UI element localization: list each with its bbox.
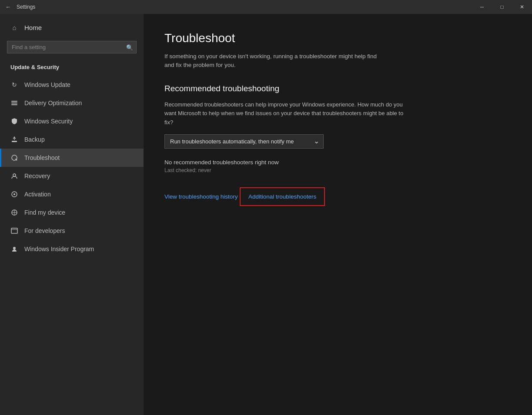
title-bar: ← Settings ─ □ ✕: [0, 0, 532, 14]
sidebar-item-home[interactable]: ⌂ Home: [0, 14, 144, 41]
back-button[interactable]: ←: [5, 3, 11, 10]
svg-point-6: [13, 174, 16, 176]
find-my-device-icon: [10, 209, 18, 216]
main-layout: ⌂ Home 🔍 Update & Security ↻ Windows Upd…: [0, 14, 532, 415]
sidebar-item-delivery-optimization[interactable]: Delivery Optimization: [0, 94, 144, 112]
sidebar-label-activation: Activation: [24, 191, 51, 198]
sidebar-label-windows-security: Windows Security: [24, 118, 73, 125]
search-input[interactable]: [7, 41, 137, 53]
page-title: Troubleshoot: [164, 31, 511, 45]
sidebar-item-windows-security[interactable]: Windows Security: [0, 112, 144, 130]
delivery-optimization-icon: [10, 99, 18, 107]
page-description: If something on your device isn't workin…: [164, 52, 382, 70]
search-icon: 🔍: [126, 44, 133, 50]
sidebar-item-recovery[interactable]: Recovery: [0, 167, 144, 185]
additional-troubleshooters-box: Additional troubleshooters: [240, 187, 325, 206]
windows-security-icon: [10, 117, 18, 125]
sidebar-label-troubleshoot: Troubleshoot: [24, 154, 60, 161]
svg-rect-12: [11, 228, 17, 233]
activation-icon: [10, 190, 18, 198]
sidebar-search-container: 🔍: [7, 41, 137, 53]
sidebar-item-windows-insider[interactable]: Windows Insider Program: [0, 240, 144, 258]
sidebar-label-windows-insider: Windows Insider Program: [24, 246, 94, 252]
sidebar-item-backup[interactable]: Backup: [0, 130, 144, 149]
content-area: Troubleshoot If something on your device…: [144, 14, 532, 415]
troubleshooter-dropdown[interactable]: Run troubleshooters automatically, then …: [164, 134, 324, 149]
svg-rect-1: [11, 103, 17, 103]
svg-point-14: [13, 247, 16, 249]
backup-icon: [10, 136, 18, 143]
sidebar-label-recovery: Recovery: [24, 173, 50, 179]
recovery-icon: [10, 172, 18, 180]
sidebar-label-delivery-optimization: Delivery Optimization: [24, 100, 82, 106]
troubleshooter-dropdown-wrapper: Run troubleshooters automatically, then …: [164, 134, 324, 149]
recommended-section-title: Recommended troubleshooting: [164, 84, 511, 93]
view-history-link[interactable]: View troubleshooting history: [164, 193, 238, 200]
minimize-button[interactable]: ─: [472, 0, 492, 14]
sidebar-item-for-developers[interactable]: For developers: [0, 222, 144, 240]
for-developers-icon: [10, 227, 18, 235]
recommended-section-desc: Recommended troubleshooters can help imp…: [164, 100, 404, 127]
svg-rect-3: [12, 141, 17, 142]
window-controls: ─ □ ✕: [472, 0, 532, 14]
sidebar-label-windows-update: Windows Update: [24, 81, 70, 88]
title-bar-title: Settings: [17, 4, 35, 10]
additional-troubleshooters-link[interactable]: Additional troubleshooters: [241, 189, 323, 204]
sidebar-item-troubleshoot[interactable]: Troubleshoot: [0, 149, 144, 167]
svg-rect-0: [11, 101, 17, 102]
sidebar-label-for-developers: For developers: [24, 227, 65, 234]
sidebar: ⌂ Home 🔍 Update & Security ↻ Windows Upd…: [0, 14, 144, 415]
maximize-button[interactable]: □: [492, 0, 512, 14]
svg-rect-2: [11, 104, 17, 105]
sidebar-label-backup: Backup: [24, 136, 45, 143]
close-button[interactable]: ✕: [512, 0, 532, 14]
windows-update-icon: ↻: [10, 81, 18, 89]
sidebar-item-find-my-device[interactable]: Find my device: [0, 203, 144, 222]
sidebar-label-find-my-device: Find my device: [24, 209, 65, 216]
no-troubleshooters-text: No recommended troubleshooters right now: [164, 159, 511, 166]
sidebar-item-activation[interactable]: Activation: [0, 185, 144, 203]
home-label: Home: [24, 24, 42, 31]
windows-insider-icon: [10, 245, 18, 253]
section-title: Update & Security: [0, 60, 144, 76]
last-checked-text: Last checked: never: [164, 167, 511, 173]
svg-point-8: [13, 193, 15, 195]
home-icon: ⌂: [10, 23, 18, 31]
sidebar-item-windows-update[interactable]: ↻ Windows Update: [0, 76, 144, 94]
troubleshoot-icon: [10, 154, 18, 162]
